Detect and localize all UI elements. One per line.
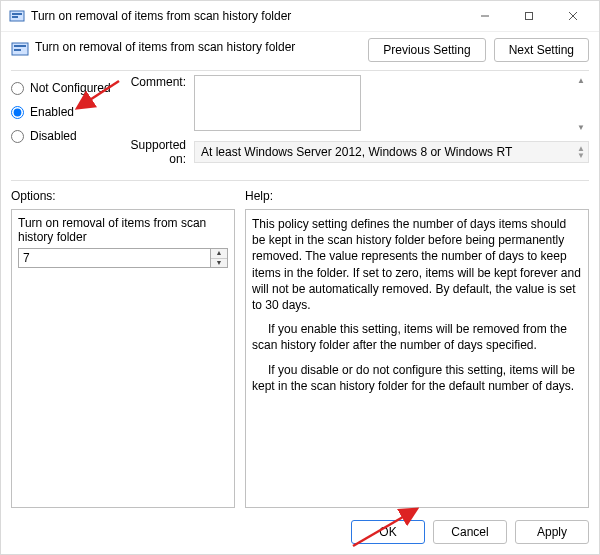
window-title: Turn on removal of items from scan histo… (31, 9, 463, 23)
help-label: Help: (245, 189, 589, 203)
days-input[interactable] (18, 248, 210, 268)
policy-large-icon (11, 40, 29, 58)
radio-enabled[interactable]: Enabled (11, 105, 116, 119)
radio-disabled[interactable]: Disabled (11, 129, 116, 143)
days-spinner[interactable]: ▲ ▼ (18, 248, 228, 268)
state-section: Not Configured Enabled Disabled (1, 75, 599, 174)
dialog-window: Turn on removal of items from scan histo… (0, 0, 600, 555)
close-button[interactable] (551, 1, 595, 31)
days-spin-buttons[interactable]: ▲ ▼ (210, 248, 228, 268)
divider (11, 180, 589, 181)
header-row: Turn on removal of items from scan histo… (1, 32, 599, 70)
policy-icon (9, 8, 25, 24)
options-label: Options: (11, 189, 235, 203)
radio-disabled-input[interactable] (11, 130, 24, 143)
titlebar: Turn on removal of items from scan histo… (1, 1, 599, 32)
svg-rect-9 (14, 49, 21, 51)
svg-rect-4 (526, 13, 533, 20)
supported-text: At least Windows Server 2012, Windows 8 … (195, 142, 518, 162)
maximize-button[interactable] (507, 1, 551, 31)
help-p1: This policy setting defines the number o… (252, 216, 582, 313)
divider (11, 70, 589, 71)
help-p2: If you enable this setting, items will b… (252, 321, 582, 353)
svg-rect-2 (12, 16, 18, 18)
comment-label: Comment: (116, 75, 194, 134)
help-text: This policy setting defines the number o… (252, 216, 582, 394)
apply-button[interactable]: Apply (515, 520, 589, 544)
radio-enabled-label: Enabled (30, 105, 74, 119)
policy-name: Turn on removal of items from scan histo… (35, 38, 368, 54)
svg-rect-8 (14, 45, 26, 47)
option-item-label: Turn on removal of items from scan histo… (18, 216, 228, 244)
cancel-button[interactable]: Cancel (433, 520, 507, 544)
radio-not-configured-label: Not Configured (30, 81, 111, 95)
help-column: Help: This policy setting defines the nu… (245, 189, 589, 508)
svg-rect-1 (12, 13, 22, 15)
supported-row: Supported on: At least Windows Server 20… (116, 138, 589, 166)
nav-buttons: Previous Setting Next Setting (368, 38, 589, 62)
supported-box: At least Windows Server 2012, Windows 8 … (194, 141, 589, 163)
radio-enabled-input[interactable] (11, 106, 24, 119)
footer: OK Cancel Apply (1, 514, 599, 554)
help-panel: This policy setting defines the number o… (245, 209, 589, 508)
days-spin-down[interactable]: ▼ (211, 258, 227, 268)
comment-row: Comment: ▲▼ (116, 75, 589, 134)
radio-not-configured[interactable]: Not Configured (11, 81, 116, 95)
next-setting-button[interactable]: Next Setting (494, 38, 589, 62)
help-p3: If you disable or do not configure this … (252, 362, 582, 394)
radio-not-configured-input[interactable] (11, 82, 24, 95)
lower-section: Options: Turn on removal of items from s… (1, 185, 599, 514)
options-column: Options: Turn on removal of items from s… (11, 189, 235, 508)
comment-textarea[interactable] (194, 75, 361, 131)
previous-setting-button[interactable]: Previous Setting (368, 38, 485, 62)
radio-disabled-label: Disabled (30, 129, 77, 143)
days-spin-up[interactable]: ▲ (211, 249, 227, 258)
ok-button[interactable]: OK (351, 520, 425, 544)
supported-scroll[interactable]: ▲▼ (577, 145, 585, 159)
comment-scroll[interactable]: ▲▼ (575, 77, 587, 132)
supported-label: Supported on: (116, 138, 194, 166)
minimize-button[interactable] (463, 1, 507, 31)
options-panel: Turn on removal of items from scan histo… (11, 209, 235, 508)
state-radio-group: Not Configured Enabled Disabled (11, 75, 116, 170)
state-right: Comment: ▲▼ Supported on: At least Windo… (116, 75, 589, 170)
